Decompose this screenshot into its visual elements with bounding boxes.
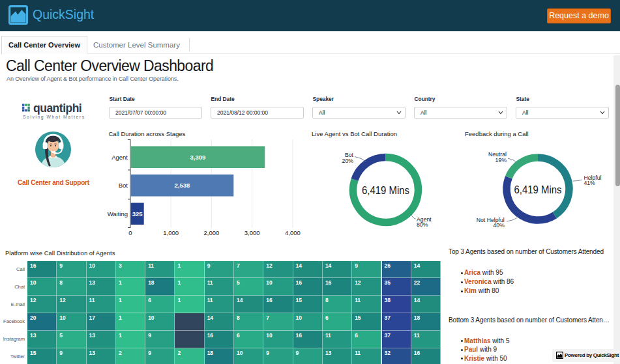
svg-text:3,000: 3,000: [244, 229, 260, 236]
svg-text:41%: 41%: [583, 180, 595, 186]
svg-text:6,419 Mins: 6,419 Mins: [514, 184, 562, 195]
svg-text:325: 325: [132, 210, 143, 217]
svg-text:Agent: Agent: [111, 154, 128, 161]
svg-text:1,000: 1,000: [163, 229, 179, 236]
svg-text:2,538: 2,538: [175, 182, 190, 189]
svg-text:40%: 40%: [493, 222, 505, 229]
svg-text:20%: 20%: [342, 158, 354, 164]
svg-text:19%: 19%: [495, 157, 507, 163]
svg-text:6,419 Mins: 6,419 Mins: [362, 185, 409, 196]
svg-text:Bot: Bot: [119, 182, 128, 189]
svg-text:4,000: 4,000: [285, 229, 301, 236]
svg-text:0: 0: [128, 229, 132, 236]
svg-text:Waiting: Waiting: [108, 210, 128, 217]
svg-text:80%: 80%: [417, 221, 428, 228]
svg-text:3,309: 3,309: [190, 154, 206, 161]
svg-text:2,000: 2,000: [204, 229, 220, 236]
